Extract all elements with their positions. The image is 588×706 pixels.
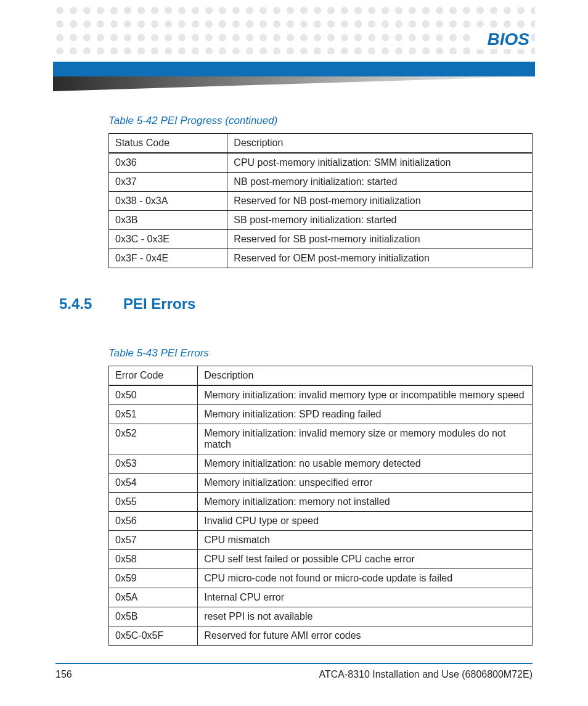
header-wedge xyxy=(53,76,535,91)
table-cell: 0x53 xyxy=(109,454,198,474)
col-header: Description xyxy=(198,366,533,386)
table-row: 0x56Invalid CPU type or speed xyxy=(109,512,533,531)
table-cell: NB post-memory initialization: started xyxy=(227,173,533,192)
table-cell: 0x38 - 0x3A xyxy=(109,192,227,211)
table-caption-2: Table 5-43 PEI Errors xyxy=(108,347,533,359)
table-row: 0x38 - 0x3AReserved for NB post-memory i… xyxy=(109,192,533,211)
section-heading: 5.4.5 PEI Errors xyxy=(59,295,533,313)
table-row: 0x53Memory initialization: no usable mem… xyxy=(109,454,533,474)
table-row: 0x55Memory initialization: memory not in… xyxy=(109,493,533,512)
table-header-row: Error Code Description xyxy=(109,366,533,386)
table-cell: 0x3F - 0x4E xyxy=(109,249,227,268)
table-row: 0x3C - 0x3EReserved for SB post-memory i… xyxy=(109,230,533,249)
table-cell: Memory initialization: unspecified error xyxy=(198,474,533,493)
table-cell: Invalid CPU type or speed xyxy=(198,512,533,531)
table-row: 0x5C-0x5FReserved for future AMI error c… xyxy=(109,626,533,646)
table-row: 0x5Breset PPI is not available xyxy=(109,607,533,626)
table-cell: 0x5B xyxy=(109,607,198,626)
table-cell: Memory initialization: memory not instal… xyxy=(198,493,533,512)
table-row: 0x59CPU micro-code not found or micro-co… xyxy=(109,569,533,588)
page-footer: 156 ATCA-8310 Installation and Use (6806… xyxy=(55,663,533,680)
col-header: Status Code xyxy=(109,134,227,154)
table-cell: 0x50 xyxy=(109,385,198,405)
table-cell: 0x37 xyxy=(109,173,227,192)
table-cell: 0x55 xyxy=(109,493,198,512)
header-blue-bar xyxy=(53,62,535,76)
table-cell: 0x58 xyxy=(109,550,198,569)
col-header: Error Code xyxy=(109,366,198,386)
col-header: Description xyxy=(227,134,533,154)
table-cell: 0x57 xyxy=(109,531,198,550)
table-cell: Internal CPU error xyxy=(198,588,533,607)
table-cell: Memory initialization: invalid memory ty… xyxy=(198,385,533,405)
section-number: 5.4.5 xyxy=(59,295,99,313)
table-cell: 0x5A xyxy=(109,588,198,607)
table-cell: CPU mismatch xyxy=(198,531,533,550)
table-cell: 0x3B xyxy=(109,211,227,230)
table-cell: Memory initialization: no usable memory … xyxy=(198,454,533,474)
pei-errors-table: Error Code Description 0x50Memory initia… xyxy=(108,366,533,646)
table-row: 0x5AInternal CPU error xyxy=(109,588,533,607)
table-cell: 0x52 xyxy=(109,424,198,454)
table-cell: Reserved for SB post-memory initializati… xyxy=(227,230,533,249)
table-body: 0x50Memory initialization: invalid memor… xyxy=(109,385,533,646)
section-title: PEI Errors xyxy=(123,295,195,313)
table-cell: Memory initialization: SPD reading faile… xyxy=(198,405,533,424)
page-content: Table 5-42 PEI Progress (continued) Stat… xyxy=(108,111,533,646)
table-cell: 0x56 xyxy=(109,512,198,531)
table-cell: 0x51 xyxy=(109,405,198,424)
table-cell: Reserved for future AMI error codes xyxy=(198,626,533,646)
pei-progress-table: Status Code Description 0x36CPU post-mem… xyxy=(108,133,533,268)
document-id: ATCA-8310 Installation and Use (6806800M… xyxy=(319,669,533,680)
table-row: 0x52Memory initialization: invalid memor… xyxy=(109,424,533,454)
table-cell: Memory initialization: invalid memory si… xyxy=(198,424,533,454)
table-row: 0x51Memory initialization: SPD reading f… xyxy=(109,405,533,424)
table-cell: 0x36 xyxy=(109,153,227,173)
table-cell: 0x3C - 0x3E xyxy=(109,230,227,249)
footer-rule xyxy=(55,663,533,664)
chapter-title: BIOS xyxy=(476,30,529,49)
table-row: 0x54Memory initialization: unspecified e… xyxy=(109,474,533,493)
table-row: 0x3BSB post-memory initialization: start… xyxy=(109,211,533,230)
header-dot-pattern xyxy=(53,4,535,54)
table-cell: 0x59 xyxy=(109,569,198,588)
table-header-row: Status Code Description xyxy=(109,134,533,154)
table-caption-1: Table 5-42 PEI Progress (continued) xyxy=(108,115,533,127)
table-row: 0x37NB post-memory initialization: start… xyxy=(109,173,533,192)
table-row: 0x57CPU mismatch xyxy=(109,531,533,550)
table-cell: CPU micro-code not found or micro-code u… xyxy=(198,569,533,588)
table-cell: SB post-memory initialization: started xyxy=(227,211,533,230)
table-body: 0x36CPU post-memory initialization: SMM … xyxy=(109,153,533,268)
table-cell: Reserved for OEM post-memory initializat… xyxy=(227,249,533,268)
table-row: 0x58CPU self test failed or possible CPU… xyxy=(109,550,533,569)
page-number: 156 xyxy=(55,669,72,680)
table-cell: CPU post-memory initialization: SMM init… xyxy=(227,153,533,173)
table-cell: reset PPI is not available xyxy=(198,607,533,626)
table-row: 0x50Memory initialization: invalid memor… xyxy=(109,385,533,405)
table-cell: CPU self test failed or possible CPU cac… xyxy=(198,550,533,569)
table-row: 0x36CPU post-memory initialization: SMM … xyxy=(109,153,533,173)
table-row: 0x3F - 0x4EReserved for OEM post-memory … xyxy=(109,249,533,268)
table-cell: 0x54 xyxy=(109,474,198,493)
table-cell: 0x5C-0x5F xyxy=(109,626,198,646)
table-cell: Reserved for NB post-memory initializati… xyxy=(227,192,533,211)
